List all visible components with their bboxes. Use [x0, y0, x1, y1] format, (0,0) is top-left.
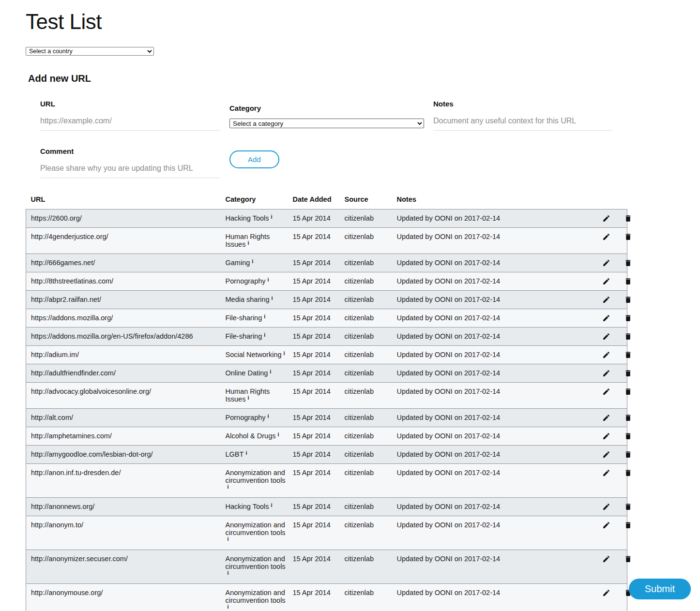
delete-button[interactable] — [624, 469, 632, 477]
source-cell: citizenlab — [340, 364, 392, 383]
delete-button[interactable] — [624, 432, 632, 440]
add-button-wrap: Add — [229, 147, 424, 168]
date-added-cell: 15 Apr 2014 — [288, 383, 340, 409]
actions-cell — [584, 464, 627, 498]
edit-button[interactable] — [602, 259, 610, 267]
edit-button[interactable] — [602, 469, 610, 477]
trash-icon — [624, 214, 632, 223]
table-row: http://4genderjustice.org/Human Rights I… — [26, 228, 627, 254]
pencil-icon — [602, 414, 610, 422]
category-cell: Pornographyi — [221, 272, 288, 291]
delete-button[interactable] — [624, 369, 632, 377]
trash-icon — [624, 314, 632, 322]
info-icon: i — [284, 349, 285, 357]
pencil-icon — [602, 521, 610, 529]
edit-button[interactable] — [602, 296, 610, 304]
notes-input[interactable] — [433, 114, 612, 131]
date-added-cell: 15 Apr 2014 — [288, 291, 340, 309]
table-row: http://adium.im/Social Networkingi15 Apr… — [26, 346, 627, 364]
trash-icon — [624, 369, 632, 377]
country-select[interactable]: Select a country — [26, 47, 154, 56]
edit-button[interactable] — [602, 314, 610, 322]
delete-button[interactable] — [624, 296, 632, 304]
info-icon: i — [277, 431, 279, 438]
category-cell: Media sharingi — [221, 291, 288, 309]
delete-button[interactable] — [624, 450, 632, 459]
edit-button[interactable] — [602, 214, 610, 223]
date-added-cell: 15 Apr 2014 — [288, 584, 340, 611]
pencil-icon — [602, 233, 610, 241]
delete-button[interactable] — [624, 503, 632, 511]
category-cell: Hacking Toolsi — [221, 209, 288, 228]
url-cell: http://anon.inf.tu-dresden.de/ — [26, 464, 221, 498]
notes-cell: Updated by OONI on 2017-02-14 — [392, 228, 584, 254]
header-category: Category — [221, 193, 288, 209]
edit-button[interactable] — [602, 521, 610, 529]
edit-button[interactable] — [602, 277, 610, 285]
trash-icon — [624, 432, 632, 440]
info-icon: i — [228, 483, 229, 491]
edit-button[interactable] — [602, 233, 610, 241]
edit-button[interactable] — [602, 414, 610, 422]
source-cell: citizenlab — [340, 346, 392, 364]
pencil-icon — [602, 589, 610, 597]
table-row: http://amygoodloe.com/lesbian-dot-org/LG… — [26, 446, 627, 464]
add-button[interactable]: Add — [229, 150, 279, 168]
url-input[interactable] — [40, 114, 220, 131]
delete-button[interactable] — [624, 277, 632, 285]
actions-cell — [584, 383, 627, 409]
delete-button[interactable] — [624, 233, 632, 241]
edit-button[interactable] — [602, 503, 610, 511]
category-cell: File-sharingi — [221, 309, 288, 328]
trash-icon — [624, 296, 632, 304]
actions-cell — [584, 427, 627, 446]
submit-button[interactable]: Submit — [629, 579, 691, 599]
notes-cell: Updated by OONI on 2017-02-14 — [392, 254, 584, 272]
category-cell: Human Rights Issuesi — [221, 383, 288, 409]
notes-cell: Updated by OONI on 2017-02-14 — [392, 364, 584, 383]
date-added-cell: 15 Apr 2014 — [288, 254, 340, 272]
source-cell: citizenlab — [340, 228, 392, 254]
source-cell: citizenlab — [340, 516, 392, 550]
table-row: http://anonnews.org/Hacking Toolsi15 Apr… — [26, 498, 627, 516]
delete-button[interactable] — [624, 314, 632, 322]
date-added-cell: 15 Apr 2014 — [288, 328, 340, 346]
delete-button[interactable] — [624, 414, 632, 422]
url-table-body: https://2600.org/Hacking Toolsi15 Apr 20… — [26, 209, 627, 611]
edit-button[interactable] — [602, 432, 610, 440]
category-cell: Gamingi — [221, 254, 288, 272]
delete-button[interactable] — [624, 332, 632, 341]
table-header-row: URL Category Date Added Source Notes — [26, 193, 627, 209]
source-cell: citizenlab — [340, 409, 392, 427]
url-cell: http://alt.com/ — [26, 409, 221, 427]
table-row: http://8thstreetlatinas.com/Pornographyi… — [26, 272, 627, 291]
category-select[interactable]: Select a category — [229, 119, 424, 128]
delete-button[interactable] — [624, 259, 632, 267]
delete-button[interactable] — [624, 521, 632, 529]
page-title: Test List — [26, 10, 700, 34]
delete-button[interactable] — [624, 555, 632, 563]
delete-button[interactable] — [624, 214, 632, 223]
edit-button[interactable] — [602, 450, 610, 459]
table-row: http://anonym.to/Anonymization and circu… — [26, 516, 627, 550]
table-row: http://anon.inf.tu-dresden.de/Anonymizat… — [26, 464, 627, 498]
pencil-icon — [602, 296, 610, 304]
url-cell: https://addons.mozilla.org/ — [26, 309, 221, 328]
info-icon: i — [247, 239, 249, 247]
source-cell: citizenlab — [340, 309, 392, 328]
delete-button[interactable] — [624, 387, 632, 396]
date-added-cell: 15 Apr 2014 — [288, 464, 340, 498]
date-added-cell: 15 Apr 2014 — [288, 272, 340, 291]
trash-icon — [624, 414, 632, 422]
delete-button[interactable] — [624, 351, 632, 359]
edit-button[interactable] — [602, 387, 610, 396]
source-cell: citizenlab — [340, 254, 392, 272]
date-added-cell: 15 Apr 2014 — [288, 309, 340, 328]
edit-button[interactable] — [602, 589, 610, 597]
comment-input[interactable] — [40, 162, 220, 178]
url-field-group: URL — [40, 100, 220, 131]
edit-button[interactable] — [602, 369, 610, 377]
edit-button[interactable] — [602, 555, 610, 563]
edit-button[interactable] — [602, 332, 610, 341]
edit-button[interactable] — [602, 351, 610, 359]
